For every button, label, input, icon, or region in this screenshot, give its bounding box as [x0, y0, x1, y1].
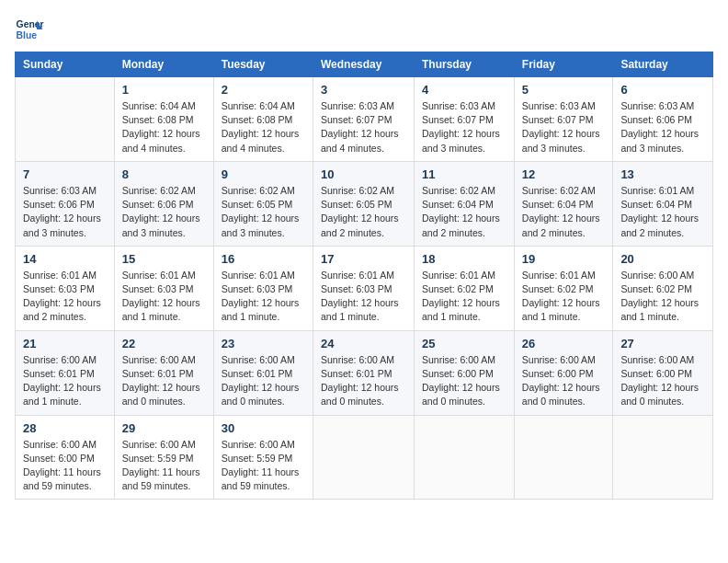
day-number: 8 [122, 167, 206, 181]
day-number: 19 [522, 252, 606, 266]
calendar-cell: 21Sunrise: 6:00 AM Sunset: 6:01 PM Dayli… [16, 330, 115, 415]
day-info: Sunrise: 6:03 AM Sunset: 6:07 PM Dayligh… [422, 99, 506, 155]
day-info: Sunrise: 6:03 AM Sunset: 6:06 PM Dayligh… [23, 184, 107, 240]
calendar-cell: 29Sunrise: 6:00 AM Sunset: 5:59 PM Dayli… [114, 415, 213, 500]
day-info: Sunrise: 6:01 AM Sunset: 6:02 PM Dayligh… [422, 269, 506, 325]
calendar-cell [613, 415, 713, 500]
day-number: 7 [23, 167, 107, 181]
weekday-header: Friday [514, 52, 613, 77]
day-number: 30 [222, 421, 305, 435]
day-number: 22 [122, 337, 206, 350]
day-info: Sunrise: 6:00 AM Sunset: 6:01 PM Dayligh… [222, 353, 305, 409]
calendar-cell: 18Sunrise: 6:01 AM Sunset: 6:02 PM Dayli… [415, 246, 515, 330]
calendar-cell: 22Sunrise: 6:00 AM Sunset: 6:01 PM Dayli… [114, 330, 213, 415]
calendar-cell: 7Sunrise: 6:03 AM Sunset: 6:06 PM Daylig… [16, 161, 115, 246]
day-number: 6 [620, 83, 705, 97]
calendar-week-row: 21Sunrise: 6:00 AM Sunset: 6:01 PM Dayli… [16, 330, 713, 415]
calendar-cell [16, 77, 115, 162]
day-info: Sunrise: 6:03 AM Sunset: 6:07 PM Dayligh… [522, 99, 606, 155]
day-info: Sunrise: 6:01 AM Sunset: 6:02 PM Dayligh… [522, 269, 606, 325]
calendar-cell [313, 415, 414, 500]
svg-text:Blue: Blue [17, 30, 38, 40]
calendar-cell: 16Sunrise: 6:01 AM Sunset: 6:03 PM Dayli… [213, 246, 313, 330]
calendar-cell: 26Sunrise: 6:00 AM Sunset: 6:00 PM Dayli… [514, 330, 613, 415]
day-number: 4 [422, 83, 506, 97]
day-number: 14 [23, 252, 107, 266]
day-number: 16 [222, 252, 305, 266]
calendar-cell: 17Sunrise: 6:01 AM Sunset: 6:03 PM Dayli… [313, 246, 414, 330]
calendar-cell: 9Sunrise: 6:02 AM Sunset: 6:05 PM Daylig… [213, 161, 313, 246]
calendar-cell: 2Sunrise: 6:04 AM Sunset: 6:08 PM Daylig… [213, 77, 313, 162]
day-number: 12 [522, 167, 606, 181]
day-number: 27 [620, 337, 705, 350]
day-info: Sunrise: 6:02 AM Sunset: 6:04 PM Dayligh… [422, 184, 506, 240]
day-info: Sunrise: 6:00 AM Sunset: 6:02 PM Dayligh… [620, 269, 705, 325]
day-info: Sunrise: 6:01 AM Sunset: 6:03 PM Dayligh… [321, 269, 406, 325]
calendar-cell: 12Sunrise: 6:02 AM Sunset: 6:04 PM Dayli… [514, 161, 613, 246]
day-number: 13 [620, 167, 705, 181]
day-number: 11 [422, 167, 506, 181]
day-info: Sunrise: 6:02 AM Sunset: 6:06 PM Dayligh… [122, 184, 206, 240]
calendar-week-row: 14Sunrise: 6:01 AM Sunset: 6:03 PM Dayli… [16, 246, 713, 330]
calendar-cell: 3Sunrise: 6:03 AM Sunset: 6:07 PM Daylig… [313, 77, 414, 162]
weekday-header: Monday [114, 52, 213, 77]
day-info: Sunrise: 6:00 AM Sunset: 6:01 PM Dayligh… [23, 353, 107, 409]
day-number: 1 [122, 83, 206, 97]
day-number: 2 [222, 83, 305, 97]
calendar-cell: 20Sunrise: 6:00 AM Sunset: 6:02 PM Dayli… [613, 246, 713, 330]
calendar-cell: 6Sunrise: 6:03 AM Sunset: 6:06 PM Daylig… [613, 77, 713, 162]
calendar-week-row: 1Sunrise: 6:04 AM Sunset: 6:08 PM Daylig… [16, 77, 713, 162]
logo-icon: General Blue [15, 15, 44, 44]
day-number: 10 [321, 167, 406, 181]
day-info: Sunrise: 6:04 AM Sunset: 6:08 PM Dayligh… [222, 99, 305, 155]
day-info: Sunrise: 6:00 AM Sunset: 6:00 PM Dayligh… [522, 353, 606, 409]
calendar-cell: 5Sunrise: 6:03 AM Sunset: 6:07 PM Daylig… [514, 77, 613, 162]
day-info: Sunrise: 6:02 AM Sunset: 6:05 PM Dayligh… [222, 184, 305, 240]
day-info: Sunrise: 6:00 AM Sunset: 6:00 PM Dayligh… [422, 353, 506, 409]
calendar-cell: 15Sunrise: 6:01 AM Sunset: 6:03 PM Dayli… [114, 246, 213, 330]
day-info: Sunrise: 6:00 AM Sunset: 6:00 PM Dayligh… [620, 353, 705, 409]
calendar-cell: 30Sunrise: 6:00 AM Sunset: 5:59 PM Dayli… [213, 415, 313, 500]
day-info: Sunrise: 6:01 AM Sunset: 6:04 PM Dayligh… [620, 184, 705, 240]
calendar-cell: 1Sunrise: 6:04 AM Sunset: 6:08 PM Daylig… [114, 77, 213, 162]
logo: General Blue [15, 15, 44, 44]
calendar-cell [514, 415, 613, 500]
calendar-cell: 19Sunrise: 6:01 AM Sunset: 6:02 PM Dayli… [514, 246, 613, 330]
day-info: Sunrise: 6:04 AM Sunset: 6:08 PM Dayligh… [122, 99, 206, 155]
calendar-cell: 24Sunrise: 6:00 AM Sunset: 6:01 PM Dayli… [313, 330, 414, 415]
day-info: Sunrise: 6:00 AM Sunset: 6:00 PM Dayligh… [23, 438, 107, 494]
day-info: Sunrise: 6:01 AM Sunset: 6:03 PM Dayligh… [122, 269, 206, 325]
calendar-cell: 23Sunrise: 6:00 AM Sunset: 6:01 PM Dayli… [213, 330, 313, 415]
weekday-header: Thursday [415, 52, 515, 77]
day-number: 24 [321, 337, 406, 350]
calendar-cell: 13Sunrise: 6:01 AM Sunset: 6:04 PM Dayli… [613, 161, 713, 246]
calendar-cell [415, 415, 515, 500]
day-info: Sunrise: 6:01 AM Sunset: 6:03 PM Dayligh… [23, 269, 107, 325]
page-header: General Blue [15, 15, 713, 44]
day-info: Sunrise: 6:00 AM Sunset: 6:01 PM Dayligh… [321, 353, 406, 409]
weekday-header: Tuesday [213, 52, 313, 77]
calendar-cell: 11Sunrise: 6:02 AM Sunset: 6:04 PM Dayli… [415, 161, 515, 246]
day-info: Sunrise: 6:00 AM Sunset: 5:59 PM Dayligh… [122, 438, 206, 494]
day-number: 21 [23, 337, 107, 350]
day-info: Sunrise: 6:00 AM Sunset: 6:01 PM Dayligh… [122, 353, 206, 409]
day-info: Sunrise: 6:02 AM Sunset: 6:04 PM Dayligh… [522, 184, 606, 240]
calendar-cell: 27Sunrise: 6:00 AM Sunset: 6:00 PM Dayli… [613, 330, 713, 415]
day-number: 29 [122, 421, 206, 435]
day-number: 5 [522, 83, 606, 97]
day-number: 18 [422, 252, 506, 266]
calendar-week-row: 7Sunrise: 6:03 AM Sunset: 6:06 PM Daylig… [16, 161, 713, 246]
day-info: Sunrise: 6:02 AM Sunset: 6:05 PM Dayligh… [321, 184, 406, 240]
day-number: 28 [23, 421, 107, 435]
day-number: 26 [522, 337, 606, 350]
weekday-header: Saturday [613, 52, 713, 77]
day-number: 25 [422, 337, 506, 350]
day-number: 9 [222, 167, 305, 181]
calendar-cell: 10Sunrise: 6:02 AM Sunset: 6:05 PM Dayli… [313, 161, 414, 246]
weekday-header: Sunday [16, 52, 115, 77]
day-number: 17 [321, 252, 406, 266]
day-info: Sunrise: 6:01 AM Sunset: 6:03 PM Dayligh… [222, 269, 305, 325]
weekday-header: Wednesday [313, 52, 414, 77]
calendar-cell: 14Sunrise: 6:01 AM Sunset: 6:03 PM Dayli… [16, 246, 115, 330]
calendar-cell: 8Sunrise: 6:02 AM Sunset: 6:06 PM Daylig… [114, 161, 213, 246]
